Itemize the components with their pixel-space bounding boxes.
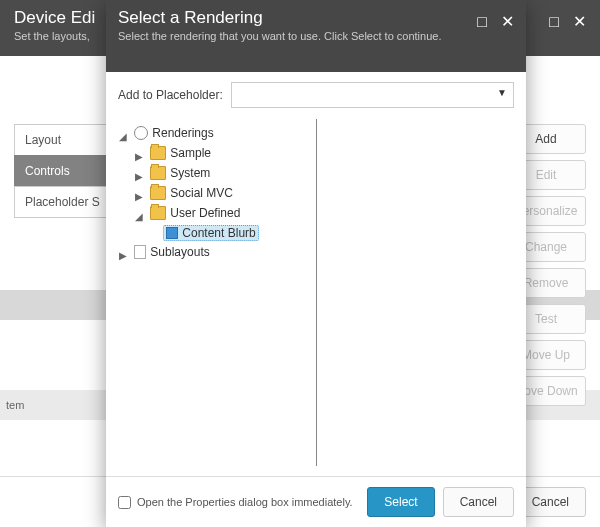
- preview-pane: [317, 119, 515, 466]
- block-icon: [166, 227, 178, 239]
- open-properties-checkbox-label[interactable]: Open the Properties dialog box immediate…: [118, 496, 359, 509]
- bg-close-icon[interactable]: ✕: [573, 12, 586, 31]
- tree-node-sample[interactable]: Sample: [147, 145, 214, 161]
- gear-icon: [134, 126, 148, 140]
- tree-label: User Defined: [170, 206, 240, 220]
- tree-node-content-blurb[interactable]: Content Blurb: [163, 225, 258, 241]
- bg-maximize-icon[interactable]: □: [549, 13, 559, 31]
- folder-icon: [150, 146, 166, 160]
- select-rendering-dialog: Select a Rendering Select the rendering …: [106, 0, 526, 527]
- select-button[interactable]: Select: [367, 487, 434, 517]
- tree-node-system[interactable]: System: [147, 165, 213, 181]
- open-properties-text: Open the Properties dialog box immediate…: [137, 496, 353, 508]
- sidebar-item-controls[interactable]: Controls: [14, 155, 118, 187]
- expander-icon[interactable]: ▶: [118, 250, 128, 261]
- bg-sidebar: Layout Controls Placeholder S: [14, 124, 118, 217]
- tree-label: System: [170, 166, 210, 180]
- expander-icon[interactable]: ▶: [134, 171, 144, 182]
- cancel-button[interactable]: Cancel: [443, 487, 514, 517]
- dialog-footer: Open the Properties dialog box immediate…: [106, 476, 526, 527]
- tree-label: Social MVC: [170, 186, 233, 200]
- chevron-down-icon[interactable]: ▼: [497, 87, 507, 98]
- placeholder-label: Add to Placeholder:: [118, 88, 223, 102]
- dialog-subtitle: Select the rendering that you want to us…: [118, 30, 441, 42]
- tree-node-sublayouts[interactable]: Sublayouts: [131, 244, 212, 260]
- sidebar-item-placeholder[interactable]: Placeholder S: [14, 186, 118, 218]
- tree-label: Renderings: [152, 126, 213, 140]
- bg-dialog-subtitle: Set the layouts,: [14, 30, 95, 42]
- placeholder-combobox[interactable]: ▼: [231, 82, 514, 108]
- tree-label: Content Blurb: [182, 226, 255, 240]
- tree-label: Sample: [170, 146, 211, 160]
- expander-icon[interactable]: ◢: [134, 211, 144, 222]
- dialog-header: Select a Rendering Select the rendering …: [106, 0, 526, 72]
- open-properties-checkbox[interactable]: [118, 496, 131, 509]
- sidebar-item-layout[interactable]: Layout: [14, 124, 118, 156]
- dialog-body: Add to Placeholder: ▼ ◢ Renderings: [106, 72, 526, 476]
- folder-icon: [150, 206, 166, 220]
- expander-icon[interactable]: ◢: [118, 131, 128, 142]
- bg-dialog-title: Device Edi: [14, 8, 95, 28]
- tree-node-social-mvc[interactable]: Social MVC: [147, 185, 236, 201]
- folder-icon: [150, 166, 166, 180]
- tree-node-user-defined[interactable]: User Defined: [147, 205, 243, 221]
- dialog-title: Select a Rendering: [118, 8, 441, 28]
- tree-label: Sublayouts: [150, 245, 209, 259]
- tree-node-renderings[interactable]: Renderings: [131, 125, 216, 141]
- page-icon: [134, 245, 146, 259]
- expander-icon[interactable]: ▶: [134, 151, 144, 162]
- expander-spacer: [150, 230, 160, 241]
- maximize-icon[interactable]: □: [477, 13, 487, 31]
- folder-icon: [150, 186, 166, 200]
- rendering-tree[interactable]: ◢ Renderings ▶ Sample: [118, 119, 317, 466]
- expander-icon[interactable]: ▶: [134, 191, 144, 202]
- close-icon[interactable]: ✕: [501, 12, 514, 31]
